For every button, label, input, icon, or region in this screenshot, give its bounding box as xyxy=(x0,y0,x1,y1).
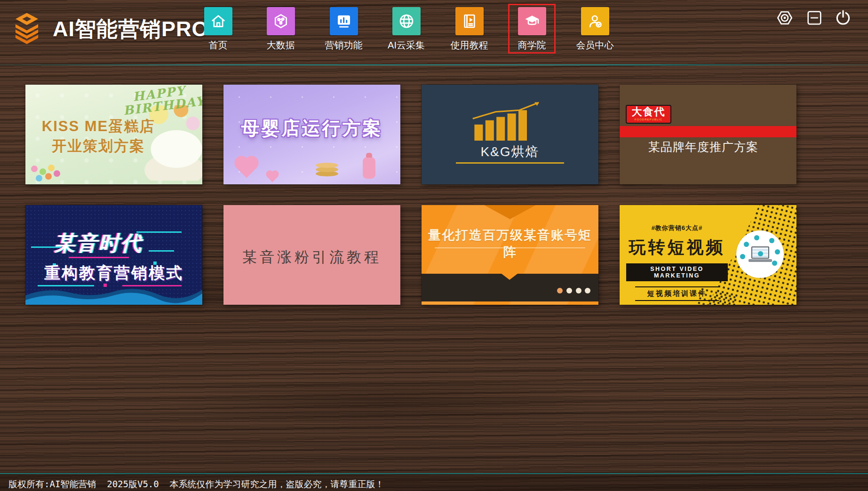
course-card-mother-baby-store[interactable]: 母婴店运行方案 xyxy=(223,85,400,184)
nav-item-home[interactable]: 首页 xyxy=(194,4,242,54)
dashidai-logo-badge: 大食代 FOODREPUBLIC xyxy=(626,105,671,124)
laptop-badge-illustration xyxy=(736,230,784,278)
nav-label: 会员中心 xyxy=(571,39,619,52)
coins-illustration xyxy=(316,163,338,168)
flowers-illustration xyxy=(31,166,38,172)
app-title: AI智能营销PRO xyxy=(53,15,209,43)
minimize-icon xyxy=(804,8,824,28)
course-card-kissme-cake[interactable]: HAPPYBIRTHDAY KISS ME蛋糕店开业策划方案 xyxy=(25,85,202,184)
carousel-dot xyxy=(566,288,572,293)
social-app-icons xyxy=(758,251,763,256)
nav-item-big-data[interactable]: 大数据 xyxy=(257,4,304,54)
card-title: 某音涨粉引流教程 xyxy=(223,247,400,267)
card-title: 母婴店运行方案 xyxy=(223,116,400,141)
nav-label: 首页 xyxy=(194,39,242,52)
card-subtitle-bar: SHORT VIDEO MARKETING xyxy=(626,263,728,281)
tutorial-icon xyxy=(455,7,484,35)
nav-item-ai-cloud-collect[interactable]: AI云采集 xyxy=(382,4,430,54)
header-divider xyxy=(0,64,868,65)
card-note: 短视频培训课件 xyxy=(635,286,719,301)
card-text-block: #教你营销6大点# 玩转短视频 SHORT VIDEO MARKETING 短视… xyxy=(626,224,728,301)
course-card-account-matrix[interactable]: 量化打造百万级某音账号矩阵 xyxy=(422,205,598,305)
marketing-features-icon xyxy=(330,7,358,35)
nav-label: 使用教程 xyxy=(446,39,493,52)
carousel-dot xyxy=(576,288,581,293)
graduation-cap-icon xyxy=(518,7,546,35)
baby-bottle-illustration xyxy=(363,157,375,179)
red-stripe xyxy=(620,126,796,137)
gear-icon xyxy=(775,8,795,28)
course-card-kg-bakery[interactable]: K&G烘焙 xyxy=(422,85,598,184)
card-tag: #教你营销6大点# xyxy=(626,224,728,232)
power-button[interactable] xyxy=(833,8,853,28)
card-title: 某音时代 xyxy=(25,230,171,257)
member-check-icon xyxy=(581,7,609,35)
power-icon xyxy=(833,8,853,28)
nav-label: AI云采集 xyxy=(382,39,430,52)
nav-label: 营销功能 xyxy=(320,39,367,52)
card-title: 某品牌年度推广方案 xyxy=(620,139,787,155)
decor-line xyxy=(69,257,129,258)
course-card-fans-growth-tutorial[interactable]: 某音涨粉引流教程 xyxy=(223,205,400,305)
copyright-text: 版权所有:AI智能营销 2025版V5.0 本系统仅作为学习研究之用，盗版必究，… xyxy=(8,478,384,491)
cloud-collect-icon xyxy=(392,7,421,35)
nav-item-marketing-features[interactable]: 营销功能 xyxy=(320,4,367,54)
ribbon-notch xyxy=(502,274,518,280)
nav-item-member-center[interactable]: 会员中心 xyxy=(571,4,619,54)
card-title: 量化打造百万级某音账号矩阵 xyxy=(422,227,598,261)
nav-item-business-school[interactable]: 商学院 xyxy=(508,4,556,54)
nav-label: 大数据 xyxy=(257,39,304,52)
course-card-mouyin-era[interactable]: 某音时代 重构教育营销模式 xyxy=(25,205,202,305)
card-title: K&G烘焙 xyxy=(422,143,598,161)
app-window: { "window": { "title": "AI智能营销PRO", "con… xyxy=(0,0,868,491)
carousel-dot xyxy=(557,288,563,293)
footer-bar: 版权所有:AI智能营销 2025版V5.0 本系统仅作为学习研究之用，盗版必究，… xyxy=(0,473,868,491)
underline xyxy=(435,247,585,248)
carousel-dot xyxy=(585,288,590,293)
waves-illustration xyxy=(25,281,202,305)
home-icon xyxy=(204,7,232,35)
card-title: KISS ME蛋糕店开业策划方案 xyxy=(25,117,171,156)
gold-underline xyxy=(456,162,564,164)
card-title: 玩转短视频 xyxy=(626,236,728,259)
laptop-base xyxy=(749,259,772,262)
minimize-button[interactable] xyxy=(804,8,824,28)
nav-item-tutorial[interactable]: 使用教程 xyxy=(446,4,493,54)
course-card-short-video[interactable]: #教你营销6大点# 玩转短视频 SHORT VIDEO MARKETING 短视… xyxy=(620,205,796,305)
app-logo-icon xyxy=(8,11,46,46)
big-data-icon xyxy=(267,7,295,35)
nav-label: 商学院 xyxy=(510,39,554,52)
ribbon-decoration xyxy=(484,205,536,219)
settings-button[interactable] xyxy=(775,8,795,28)
course-card-brand-annual-promo[interactable]: 大食代 FOODREPUBLIC 某品牌年度推广方案 xyxy=(620,85,796,184)
bar-chart-illustration xyxy=(468,98,552,141)
